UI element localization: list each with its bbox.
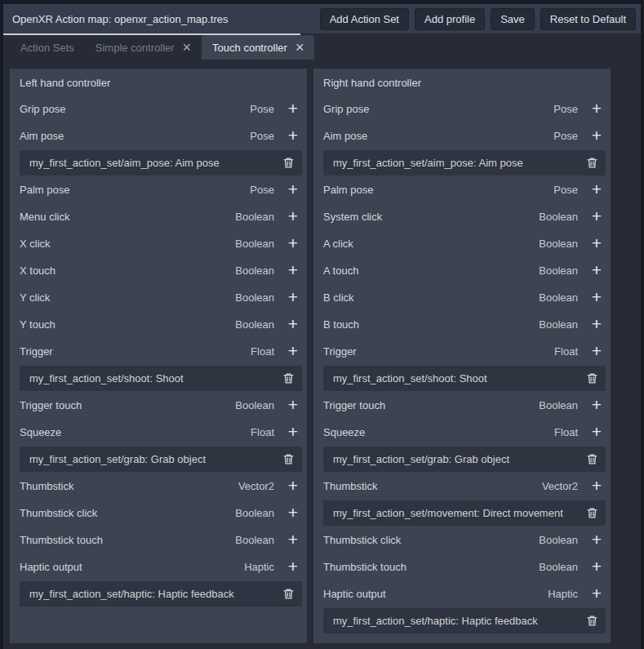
close-icon[interactable]: × bbox=[183, 40, 192, 55]
row-list: Grip pose Pose + Aim pose Pose + my_firs… bbox=[313, 96, 611, 633]
delete-binding-button[interactable] bbox=[578, 500, 606, 526]
add-binding-button[interactable]: + bbox=[279, 553, 307, 580]
input-row: Thumbstick click Boolean + bbox=[10, 500, 307, 527]
delete-binding-button[interactable] bbox=[274, 366, 302, 391]
add-binding-button[interactable]: + bbox=[279, 96, 307, 122]
input-type: Boolean bbox=[235, 507, 274, 519]
input-row: System click Boolean + bbox=[313, 203, 611, 230]
add-profile-button[interactable]: Add profile bbox=[415, 8, 485, 30]
save-button[interactable]: Save bbox=[491, 8, 535, 30]
button-label: Reset to Default bbox=[550, 13, 626, 25]
input-type: Boolean bbox=[539, 291, 578, 304]
input-type: Boolean bbox=[235, 318, 274, 331]
input-type: Pose bbox=[250, 184, 274, 196]
add-binding-button[interactable]: + bbox=[583, 527, 611, 553]
add-binding-button[interactable]: + bbox=[279, 257, 307, 284]
content-area: Left hand controller Grip pose Pose + Ai… bbox=[3, 60, 641, 649]
add-binding-button[interactable]: + bbox=[279, 176, 307, 203]
delete-binding-button[interactable] bbox=[274, 581, 302, 607]
delete-binding-button[interactable] bbox=[578, 608, 606, 633]
topbar-underline bbox=[3, 33, 300, 35]
add-binding-button[interactable]: + bbox=[583, 473, 611, 500]
add-binding-button[interactable]: + bbox=[583, 257, 611, 284]
add-binding-button[interactable]: + bbox=[583, 553, 611, 580]
trash-icon bbox=[282, 588, 295, 600]
input-row: Grip pose Pose + bbox=[313, 96, 611, 122]
plus-icon: + bbox=[288, 100, 298, 117]
plus-icon: + bbox=[288, 234, 298, 251]
input-type: Boolean bbox=[235, 291, 274, 304]
add-binding-button[interactable]: + bbox=[279, 230, 307, 257]
plus-icon: + bbox=[592, 342, 602, 359]
add-binding-button[interactable]: + bbox=[583, 419, 611, 446]
delete-binding-button[interactable] bbox=[578, 447, 606, 472]
binding-label: my_first_action_set/grab: Grab object bbox=[323, 453, 578, 465]
input-row: B touch Boolean + bbox=[313, 311, 611, 338]
tab-touch-controller[interactable]: Touch controller × bbox=[202, 35, 314, 60]
input-type: Float bbox=[554, 426, 578, 438]
delete-binding-button[interactable] bbox=[274, 150, 302, 176]
input-label: Trigger bbox=[10, 345, 251, 358]
add-binding-button[interactable]: + bbox=[583, 284, 611, 311]
add-binding-button[interactable]: + bbox=[279, 311, 307, 338]
add-binding-button[interactable]: + bbox=[279, 419, 307, 446]
binding-row: my_first_action_set/shoot: Shoot bbox=[323, 366, 606, 391]
reset-to-default-button[interactable]: Reset to Default bbox=[540, 8, 636, 30]
input-row: Squeeze Float + bbox=[10, 419, 307, 446]
input-type: Pose bbox=[250, 130, 274, 142]
input-label: B click bbox=[313, 291, 539, 304]
topbar-buttons: Add Action Set Add profile Save Reset to… bbox=[320, 8, 636, 30]
add-binding-button[interactable]: + bbox=[279, 122, 307, 149]
tab-simple-controller[interactable]: Simple controller × bbox=[85, 35, 202, 60]
openxr-action-map-editor: OpenXR Action map: openxr_action_map.tre… bbox=[0, 0, 644, 649]
add-binding-button[interactable]: + bbox=[583, 338, 611, 365]
add-binding-button[interactable]: + bbox=[279, 284, 307, 311]
add-binding-button[interactable]: + bbox=[583, 96, 611, 122]
plus-icon: + bbox=[288, 342, 298, 359]
add-binding-button[interactable]: + bbox=[583, 230, 611, 257]
tab-label: Simple controller bbox=[95, 42, 175, 54]
tab-label: Touch controller bbox=[212, 42, 287, 54]
input-type: Boolean bbox=[235, 238, 274, 250]
input-row: Trigger Float + bbox=[313, 338, 611, 365]
input-label: Thumbstick bbox=[10, 480, 238, 492]
add-binding-button[interactable]: + bbox=[583, 122, 611, 149]
input-label: System click bbox=[313, 211, 539, 223]
plus-icon: + bbox=[288, 477, 298, 494]
add-binding-button[interactable]: + bbox=[583, 203, 611, 230]
tab-action-sets[interactable]: Action Sets bbox=[10, 35, 85, 60]
input-type: Boolean bbox=[539, 399, 578, 411]
button-label: Add profile bbox=[424, 13, 475, 25]
add-binding-button[interactable]: + bbox=[583, 580, 611, 607]
input-label: X touch bbox=[10, 264, 235, 277]
input-type: Pose bbox=[250, 103, 274, 115]
input-type: Float bbox=[251, 426, 274, 438]
add-binding-button[interactable]: + bbox=[279, 338, 307, 365]
delete-binding-button[interactable] bbox=[578, 150, 606, 176]
delete-binding-button[interactable] bbox=[274, 447, 302, 472]
input-row: Thumbstick click Boolean + bbox=[313, 527, 611, 553]
add-binding-button[interactable]: + bbox=[279, 203, 307, 230]
input-type: Float bbox=[554, 345, 578, 358]
binding-row: my_first_action_set/movement: Direct mov… bbox=[323, 500, 606, 526]
add-binding-button[interactable]: + bbox=[583, 176, 611, 203]
plus-icon: + bbox=[592, 396, 602, 413]
input-type: Boolean bbox=[539, 264, 578, 277]
input-row: A click Boolean + bbox=[313, 230, 611, 257]
binding-row: my_first_action_set/aim_pose: Aim pose bbox=[20, 150, 302, 176]
input-row: Trigger Float + bbox=[10, 338, 307, 365]
input-label: A click bbox=[313, 238, 539, 250]
input-row: Trigger touch Boolean + bbox=[10, 392, 307, 419]
input-type: Haptic bbox=[548, 588, 578, 600]
close-icon[interactable]: × bbox=[295, 40, 304, 55]
input-type: Pose bbox=[553, 130, 578, 142]
add-binding-button[interactable]: + bbox=[279, 500, 307, 527]
add-binding-button[interactable]: + bbox=[583, 392, 611, 419]
panel-title: Right hand controller bbox=[313, 70, 611, 96]
add-binding-button[interactable]: + bbox=[279, 527, 307, 553]
delete-binding-button[interactable] bbox=[578, 366, 606, 391]
add-binding-button[interactable]: + bbox=[279, 392, 307, 419]
add-binding-button[interactable]: + bbox=[583, 311, 611, 338]
add-binding-button[interactable]: + bbox=[279, 473, 307, 500]
add-action-set-button[interactable]: Add Action Set bbox=[320, 8, 409, 30]
